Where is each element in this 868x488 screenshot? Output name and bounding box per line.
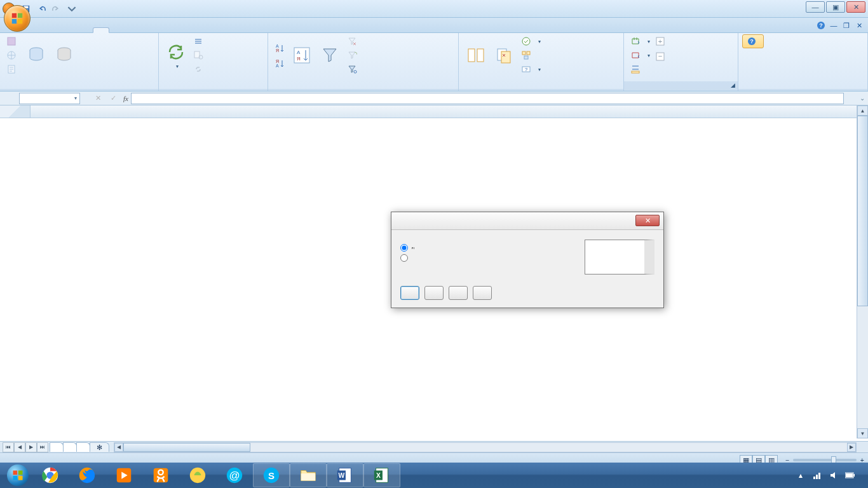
horizontal-scrollbar[interactable]: ◀ ▶ xyxy=(114,442,857,452)
formula-input[interactable] xyxy=(131,93,844,104)
start-button[interactable] xyxy=(4,463,32,488)
report-type-list[interactable] xyxy=(585,240,654,274)
tab-insert[interactable] xyxy=(47,28,62,32)
minimize-button[interactable]: — xyxy=(806,1,825,13)
taskbar-media[interactable] xyxy=(105,463,142,487)
svg-text:А: А xyxy=(297,50,301,55)
tray-lang[interactable] xyxy=(779,470,789,480)
taskbar-chrome[interactable] xyxy=(32,463,69,487)
from-other-sources-button[interactable] xyxy=(23,34,50,78)
advanced-filter-button[interactable] xyxy=(344,62,362,76)
connections-button[interactable] xyxy=(191,34,208,48)
tab-review[interactable] xyxy=(109,28,125,32)
restore-values-radio[interactable] xyxy=(400,254,574,262)
office-button[interactable] xyxy=(4,5,31,32)
svg-text:?: ? xyxy=(819,22,823,29)
minimize-ribbon-icon[interactable]: — xyxy=(829,20,839,30)
reapply-button[interactable] xyxy=(344,48,362,62)
sheet-next-icon[interactable]: ▶ xyxy=(25,442,37,452)
tab-page-layout[interactable] xyxy=(62,28,78,32)
show-detail-icon[interactable]: + xyxy=(656,34,666,48)
taskbar-mail[interactable]: @ xyxy=(216,463,253,487)
tab-home[interactable] xyxy=(32,28,47,32)
select-all-corner[interactable] xyxy=(0,105,31,118)
tray-network-icon[interactable] xyxy=(812,470,822,480)
taskbar-explorer[interactable] xyxy=(290,463,327,487)
sheet-tab-2[interactable] xyxy=(63,442,77,452)
taskbar-app[interactable] xyxy=(179,463,216,487)
keep-solution-radio[interactable] xyxy=(400,244,574,252)
consolidate-button[interactable] xyxy=(519,48,543,62)
sheet-tab-1[interactable] xyxy=(50,442,64,452)
tab-formulas[interactable] xyxy=(78,28,93,32)
properties-button[interactable] xyxy=(191,48,208,62)
existing-connections-button[interactable] xyxy=(51,34,78,78)
sheet-last-icon[interactable]: ⏭ xyxy=(37,442,48,452)
tray-battery-icon[interactable] xyxy=(845,470,855,480)
taskbar-skype[interactable]: S xyxy=(253,463,290,487)
group-button[interactable] xyxy=(628,34,653,48)
taskbar-excel[interactable]: X xyxy=(363,463,400,487)
dialog-titlebar[interactable]: ✕ xyxy=(391,212,663,230)
scroll-down-icon[interactable]: ▼ xyxy=(857,428,868,438)
from-web-button[interactable] xyxy=(4,48,22,62)
tray-volume-icon[interactable] xyxy=(829,470,839,480)
from-text-button[interactable] xyxy=(4,62,22,76)
clear-filter-button[interactable] xyxy=(344,34,362,48)
remove-dup-icon xyxy=(494,45,514,65)
sort-button[interactable]: АЯ xyxy=(288,34,315,78)
sort-desc-button[interactable]: ЯА xyxy=(272,57,287,71)
filter-button[interactable] xyxy=(316,34,343,78)
expand-formula-bar-icon[interactable]: ⌄ xyxy=(857,95,868,102)
group-connections xyxy=(159,89,268,91)
tab-view[interactable] xyxy=(125,28,140,32)
sheet-prev-icon[interactable]: ◀ xyxy=(14,442,25,452)
redo-icon[interactable] xyxy=(50,3,64,15)
data-validation-button[interactable] xyxy=(519,34,543,48)
remove-duplicates-button[interactable] xyxy=(491,34,517,78)
from-access-button[interactable] xyxy=(4,34,22,48)
close-button[interactable]: ✕ xyxy=(846,1,865,13)
solver-button[interactable]: ? xyxy=(742,34,764,48)
zoom-slider[interactable] xyxy=(793,459,857,461)
subtotal-button[interactable] xyxy=(628,62,653,76)
help-button[interactable] xyxy=(473,286,492,300)
cancel-button[interactable] xyxy=(424,286,444,300)
scroll-left-icon[interactable]: ◀ xyxy=(114,443,123,452)
what-if-button[interactable]: ? xyxy=(519,62,543,76)
cancel-formula-icon[interactable]: ✕ xyxy=(93,93,103,104)
ok-button[interactable] xyxy=(400,286,419,300)
restore-window-icon[interactable]: ❐ xyxy=(841,20,851,30)
new-sheet-icon[interactable]: ✻ xyxy=(90,442,109,452)
close-workbook-icon[interactable]: ✕ xyxy=(854,20,864,30)
sort-asc-button[interactable]: АЯ xyxy=(272,41,287,55)
hscroll-thumb[interactable] xyxy=(123,443,250,452)
taskbar-firefox[interactable] xyxy=(69,463,105,487)
maximize-button[interactable]: ▣ xyxy=(826,1,845,13)
sheet-tab-3[interactable] xyxy=(76,442,90,452)
sheet-first-icon[interactable]: ⏮ xyxy=(3,442,14,452)
name-box[interactable] xyxy=(19,93,80,104)
tab-data[interactable] xyxy=(93,27,109,33)
taskbar-ok[interactable] xyxy=(142,463,179,487)
tray-show-hidden-icon[interactable]: ▴ xyxy=(796,470,806,480)
vertical-scrollbar[interactable]: ▲ ▼ xyxy=(857,105,868,438)
scroll-up-icon[interactable]: ▲ xyxy=(857,105,868,116)
enter-formula-icon[interactable]: ✓ xyxy=(108,93,118,104)
undo-icon[interactable] xyxy=(34,3,48,15)
edit-links-button[interactable] xyxy=(191,62,208,76)
text-to-columns-button[interactable] xyxy=(463,34,489,78)
fx-icon[interactable]: fx xyxy=(123,95,128,102)
taskbar-word[interactable]: W xyxy=(327,463,363,487)
hide-detail-icon[interactable]: − xyxy=(656,50,666,64)
outline-launcher-icon[interactable]: ◢ xyxy=(729,82,736,90)
qat-customize-icon[interactable] xyxy=(65,3,79,15)
save-scenario-button[interactable] xyxy=(449,286,468,300)
vscroll-thumb[interactable] xyxy=(857,116,868,306)
ungroup-button[interactable] xyxy=(628,48,653,62)
refresh-all-button[interactable] xyxy=(163,34,189,78)
dialog-close-icon[interactable]: ✕ xyxy=(635,215,660,226)
help-icon[interactable]: ? xyxy=(816,20,826,30)
scroll-right-icon[interactable]: ▶ xyxy=(847,443,856,452)
svg-point-28 xyxy=(522,37,530,45)
